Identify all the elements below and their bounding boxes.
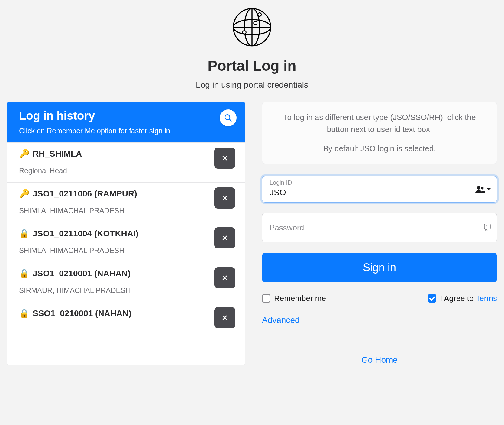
- svg-point-6: [243, 31, 246, 34]
- history-item-name: SSO1_0210001 (NAHAN): [33, 309, 131, 318]
- close-icon: [222, 315, 228, 321]
- history-item-name: JSO1_0211006 (RAMPUR): [33, 189, 137, 199]
- password-field[interactable]: Password *: [262, 213, 497, 242]
- history-remove-button[interactable]: [214, 227, 235, 248]
- key-icon: 🔑: [19, 189, 30, 199]
- svg-point-20: [477, 186, 480, 190]
- close-icon: [222, 195, 228, 201]
- user-type-selector[interactable]: [475, 185, 491, 193]
- login-id-field[interactable]: Login ID: [262, 176, 497, 203]
- history-item-meta: SIRMAUR, HIMACHAL PRADESH: [19, 286, 233, 295]
- signin-button[interactable]: Sign in: [262, 253, 497, 282]
- lock-icon: 🔒: [19, 229, 30, 238]
- login-id-input[interactable]: [262, 180, 497, 199]
- history-item[interactable]: 🔒 JSO1_0211004 (KOTKHAI) SHIMLA, HIMACHA…: [7, 222, 245, 262]
- svg-point-21: [481, 187, 484, 189]
- login-info-box: To log in as different user type (JSO/SS…: [262, 102, 497, 164]
- info-line-2: By default JSO login is selected.: [274, 142, 485, 154]
- globe-icon: [231, 6, 273, 48]
- close-icon: [222, 275, 228, 281]
- svg-point-7: [254, 21, 257, 24]
- svg-text:*: *: [486, 225, 487, 228]
- advanced-link[interactable]: Advanced: [262, 315, 497, 325]
- close-icon: [222, 155, 228, 161]
- chevron-down-icon: [486, 187, 491, 191]
- login-history-panel: Log in history Click on Remember Me opti…: [7, 102, 245, 365]
- history-remove-button[interactable]: [214, 187, 235, 209]
- history-item[interactable]: 🔒 JSO1_0210001 (NAHAN) SIRMAUR, HIMACHAL…: [7, 262, 245, 302]
- history-title: Log in history: [19, 109, 233, 122]
- history-header: Log in history Click on Remember Me opti…: [7, 102, 245, 142]
- agree-terms-checkbox[interactable]: I Agree to Terms: [428, 294, 497, 303]
- history-item[interactable]: 🔑 JSO1_0211006 (RAMPUR) SHIMLA, HIMACHAL…: [7, 182, 245, 222]
- password-suggestion-icon[interactable]: *: [483, 223, 491, 232]
- history-item-name: RH_SHIMLA: [33, 149, 82, 159]
- history-item-meta: SHIMLA, HIMACHAL PRADESH: [19, 206, 233, 215]
- checkbox-empty-icon: [262, 294, 270, 303]
- remember-me-label: Remember me: [274, 294, 326, 303]
- history-search-button[interactable]: [220, 109, 237, 126]
- agree-terms-label: I Agree to Terms: [440, 294, 497, 303]
- info-line-1: To log in as different user type (JSO/SS…: [274, 111, 485, 136]
- page-header: Portal Log in Log in using portal creden…: [6, 6, 498, 90]
- remember-me-checkbox[interactable]: Remember me: [262, 294, 326, 303]
- svg-line-9: [229, 119, 231, 121]
- page-title: Portal Log in: [6, 57, 498, 74]
- lock-icon: 🔒: [19, 268, 30, 278]
- history-item-meta: Regional Head: [19, 167, 233, 175]
- history-item-meta: SHIMLA, HIMACHAL PRADESH: [19, 246, 233, 255]
- history-remove-button[interactable]: [214, 267, 235, 288]
- history-item-name: JSO1_0211004 (KOTKHAI): [33, 229, 138, 238]
- search-icon: [224, 114, 232, 122]
- lock-icon: 🔒: [19, 308, 30, 318]
- history-item-name: JSO1_0210001 (NAHAN): [33, 269, 131, 278]
- go-home-link[interactable]: Go Home: [262, 355, 497, 365]
- terms-link[interactable]: Terms: [476, 294, 497, 303]
- history-remove-button[interactable]: [214, 148, 235, 169]
- close-icon: [222, 235, 228, 241]
- history-subtitle: Click on Remember Me option for faster s…: [19, 127, 233, 135]
- login-form-panel: To log in as different user type (JSO/SS…: [262, 102, 497, 365]
- svg-rect-22: [484, 224, 490, 229]
- people-icon: [475, 185, 485, 193]
- password-input[interactable]: [262, 217, 497, 229]
- history-item[interactable]: 🔒 SSO1_0210001 (NAHAN): [7, 302, 245, 321]
- login-id-label: Login ID: [270, 179, 292, 186]
- history-item[interactable]: 🔑 RH_SHIMLA Regional Head: [7, 142, 245, 182]
- history-remove-button[interactable]: [214, 307, 235, 328]
- page-subtitle: Log in using portal credentials: [6, 80, 498, 90]
- agree-prefix: I Agree to: [440, 294, 476, 303]
- key-icon: 🔑: [19, 149, 30, 159]
- svg-point-5: [258, 13, 261, 16]
- checkbox-checked-icon: [428, 294, 436, 303]
